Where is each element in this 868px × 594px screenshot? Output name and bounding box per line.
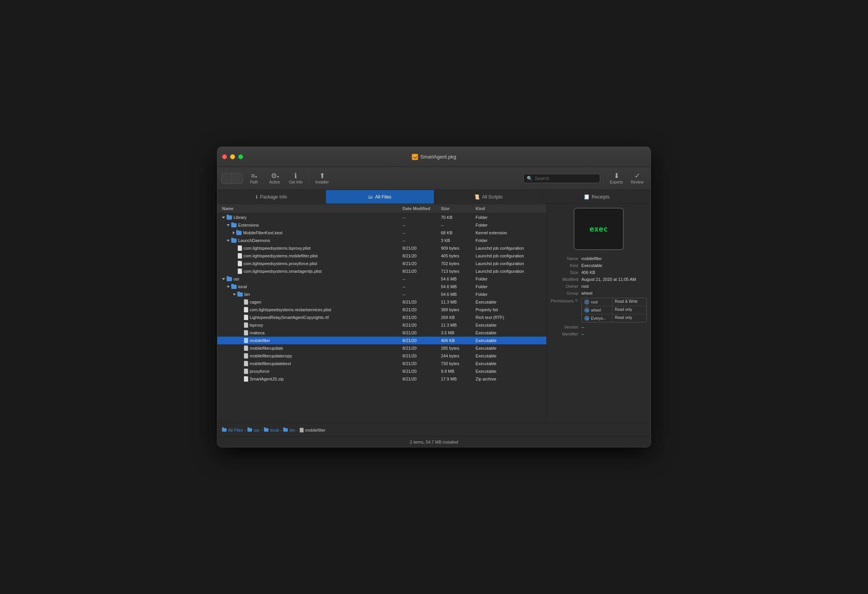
- expand-icon[interactable]: [222, 217, 225, 219]
- breadcrumb-all-files[interactable]: All Files: [222, 428, 243, 432]
- exec-icon: [244, 338, 248, 343]
- back-forward-nav: ‹ ›: [221, 173, 243, 184]
- window-title: 📦 SmartAgent.pkg: [412, 154, 456, 160]
- breadcrumb-folder-icon: [247, 428, 252, 432]
- table-row-selected[interactable]: mobilefilter 8/21/20 406 KB Executable: [217, 337, 546, 344]
- search-input[interactable]: [535, 176, 597, 181]
- detail-group-row: Group wheel: [551, 291, 647, 295]
- table-row[interactable]: MobileFilterKext.kext -- 68 KB Kernel ex…: [217, 229, 546, 237]
- col-date: Date Modified: [401, 205, 439, 212]
- expand-icon[interactable]: [222, 278, 225, 280]
- permissions-refresh[interactable]: ↻: [575, 299, 578, 302]
- exports-button[interactable]: ⬇ Exports: [607, 171, 626, 186]
- folder-icon: [227, 277, 232, 281]
- all-scripts-icon: 📜: [474, 194, 480, 200]
- table-row[interactable]: lsproxy 8/21/20 11.3 MB Executable: [217, 321, 546, 329]
- table-row[interactable]: LaunchDaemons -- 3 KB Folder: [217, 237, 546, 244]
- toolbar-separator-1: [309, 173, 309, 184]
- path-button[interactable]: ≡▾ Path: [244, 171, 264, 186]
- file-icon: [238, 269, 242, 274]
- table-row[interactable]: proxyforce 8/21/20 9.9 MB Executable: [217, 367, 546, 375]
- expand-icon[interactable]: [227, 224, 230, 226]
- breadcrumb-sep-3: ›: [280, 428, 282, 432]
- exec-preview: exec: [574, 208, 624, 250]
- table-row[interactable]: local -- 54.6 MB Folder: [217, 283, 546, 290]
- table-row[interactable]: bin -- 54.6 MB Folder: [217, 290, 546, 298]
- pkg-icon: 📦: [412, 154, 418, 160]
- exec-icon: [244, 299, 248, 305]
- breadcrumb-bin[interactable]: bin: [283, 428, 295, 432]
- table-row[interactable]: mobilefilterupdatecopy 8/21/20 244 bytes…: [217, 352, 546, 360]
- table-row[interactable]: com.lightspeedsystems.proxyforce.plist 8…: [217, 260, 546, 267]
- detail-name-row: Name mobilefilter: [551, 256, 647, 261]
- table-row[interactable]: com.lightspeedsystems.mobilefilter.plist…: [217, 252, 546, 260]
- user-avatar-root: 👤: [584, 299, 589, 305]
- folder-icon: [231, 223, 237, 227]
- breadcrumb-folder-icon: [264, 428, 269, 432]
- breadcrumb-sep-1: ›: [245, 428, 246, 432]
- table-header: Name Date Modified Size Kind: [217, 204, 546, 214]
- breadcrumb-folder-icon: [283, 428, 288, 432]
- col-size: Size: [439, 205, 474, 212]
- getinfo-button[interactable]: ℹ Get Info: [286, 171, 306, 186]
- table-row[interactable]: Extensions -- -- Folder: [217, 221, 546, 229]
- breadcrumb-file-icon: [300, 428, 304, 432]
- maximize-button[interactable]: [238, 154, 243, 159]
- search-icon: 🔍: [527, 176, 532, 181]
- table-row[interactable]: LightspeedRelaySmartAgentCopyrights.rtf …: [217, 314, 546, 321]
- receipts-icon: 🧾: [584, 194, 589, 200]
- forward-button[interactable]: ›: [232, 173, 243, 184]
- detail-kind-row: Kind Executable: [551, 263, 647, 268]
- status-bar: 2 items, 54.7 MB installed: [217, 436, 651, 447]
- detail-modified-row: Modified August 21, 2020 at 11:05 AM: [551, 277, 647, 282]
- back-button[interactable]: ‹: [221, 173, 232, 184]
- tab-all-scripts[interactable]: 📜 All Scripts: [434, 190, 543, 204]
- table-row[interactable]: makeca 8/21/20 3.5 MB Executable: [217, 329, 546, 337]
- table-row[interactable]: com.lightspeedsystems.lsproxy.plist 8/21…: [217, 244, 546, 252]
- toolbar-separator-2: [603, 173, 604, 184]
- col-kind: Kind: [474, 205, 543, 212]
- table-row[interactable]: mobilefilterupdatekext 8/21/20 730 bytes…: [217, 360, 546, 367]
- table-row[interactable]: Library -- 70 KB Folder: [217, 214, 546, 221]
- package-info-icon: ℹ: [256, 194, 258, 200]
- table-row[interactable]: com.lightspeedsystems.restartservices.pl…: [217, 306, 546, 314]
- perm-row-root: 👤 root Read & Write: [582, 298, 646, 306]
- getinfo-icon: ℹ: [294, 172, 297, 179]
- close-button[interactable]: [222, 154, 227, 159]
- installer-icon: ⬆: [319, 172, 325, 179]
- perm-row-wheel: 👥 wheel Read only: [582, 306, 646, 314]
- installer-button[interactable]: ⬆ Installer: [312, 171, 332, 186]
- minimize-button[interactable]: [230, 154, 235, 159]
- table-row[interactable]: com.lightspeedsystems.smartagentjs.plist…: [217, 267, 546, 275]
- tab-package-info[interactable]: ℹ Package Info: [217, 190, 326, 204]
- file-icon: [238, 245, 242, 251]
- exec-icon: [244, 353, 248, 359]
- action-icon: ⚙▾: [271, 172, 279, 179]
- exports-icon: ⬇: [614, 172, 619, 179]
- expand-icon[interactable]: [227, 286, 230, 288]
- folder-icon: [227, 215, 232, 220]
- table-row[interactable]: SmartAgentJS.zip 8/21/20 17.9 MB Zip arc…: [217, 375, 546, 383]
- breadcrumb-sep-2: ›: [261, 428, 262, 432]
- perm-row-everyone: 👥 Everyo... Read only: [582, 314, 646, 322]
- file-icon: [238, 253, 242, 259]
- action-button[interactable]: ⚙▾ Action: [265, 171, 284, 186]
- exec-icon: [244, 361, 248, 366]
- expand-icon[interactable]: [233, 231, 235, 234]
- file-list[interactable]: Name Date Modified Size Kind Library -- …: [217, 204, 547, 423]
- detail-panel: exec Name mobilefilter Kind Executable S…: [547, 204, 651, 423]
- file-icon: [244, 376, 248, 382]
- expand-icon[interactable]: [227, 240, 230, 242]
- exec-icon: [244, 322, 248, 328]
- table-row[interactable]: cagen 8/21/20 11.3 MB Executable: [217, 298, 546, 306]
- breadcrumb-local[interactable]: local: [264, 428, 279, 432]
- breadcrumb-usr[interactable]: usr: [247, 428, 259, 432]
- tab-receipts[interactable]: 🧾 Receipts: [542, 190, 651, 204]
- table-row[interactable]: usr -- 54.6 MB Folder: [217, 275, 546, 283]
- expand-icon[interactable]: [233, 294, 236, 295]
- table-row[interactable]: mobilefilterupdate 8/21/20 285 bytes Exe…: [217, 344, 546, 352]
- review-icon: ✓: [634, 172, 640, 179]
- tab-all-files[interactable]: 🗂 All Files: [326, 190, 434, 204]
- review-button[interactable]: ✓ Review: [628, 171, 647, 186]
- breadcrumb-bar: All Files › usr › local › bin › mobilefi…: [217, 423, 651, 436]
